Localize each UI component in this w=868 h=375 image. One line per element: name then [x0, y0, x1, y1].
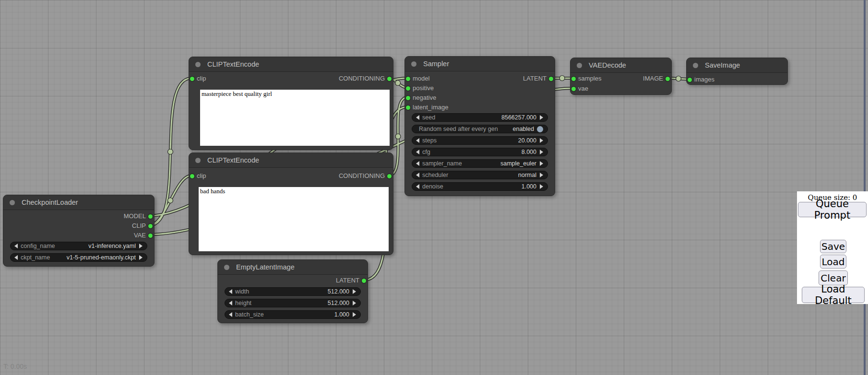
input-dot-images[interactable] — [688, 78, 692, 82]
decrement-arrow-icon[interactable] — [14, 244, 18, 248]
widget-sampler-name[interactable]: sampler_name sample_euler — [412, 159, 548, 168]
input-dot-clip[interactable] — [190, 174, 194, 178]
slot-label: model — [413, 75, 429, 82]
increment-arrow-icon[interactable] — [139, 244, 143, 248]
widget-label: ckpt_name — [21, 254, 50, 261]
node-title-bar[interactable]: CLIPTextEncode — [189, 153, 393, 168]
input-dot-latent-image[interactable] — [406, 105, 410, 110]
decrement-arrow-icon[interactable] — [416, 138, 419, 143]
decrement-arrow-icon[interactable] — [229, 301, 232, 305]
output-dot-conditioning[interactable] — [387, 77, 392, 81]
widget-steps[interactable]: steps 20.000 — [412, 136, 548, 145]
prompt-textarea[interactable]: bad hands — [199, 187, 389, 251]
vertical-scrollbar[interactable] — [864, 0, 866, 375]
node-title-bar[interactable]: CLIPTextEncode — [189, 57, 393, 72]
widget-value: sample_euler — [462, 160, 536, 167]
widget-label: sampler_name — [422, 160, 462, 167]
increment-arrow-icon[interactable] — [540, 173, 543, 177]
decrement-arrow-icon[interactable] — [416, 161, 419, 166]
link-midpoint-dot — [168, 149, 173, 154]
control-panel: Queue size: 0 Queue Prompt Save Load Cle… — [797, 191, 868, 304]
input-dot-positive[interactable] — [406, 86, 410, 91]
node-title: VAEDecode — [589, 61, 626, 69]
prompt-textarea[interactable]: masterpiece best quality girl — [200, 90, 390, 146]
widget-cfg[interactable]: cfg 8.000 — [412, 148, 548, 156]
node-sampler[interactable]: Sampler model positive negative latent_i… — [404, 56, 555, 196]
decrement-arrow-icon[interactable] — [14, 255, 18, 260]
increment-arrow-icon[interactable] — [540, 150, 543, 154]
collapse-dot-icon[interactable] — [693, 63, 698, 68]
node-title-bar[interactable]: CheckpointLoader — [3, 195, 154, 210]
widget-config-name[interactable]: config_name v1-inference.yaml — [10, 242, 147, 250]
decrement-arrow-icon[interactable] — [416, 184, 419, 189]
widget-label: height — [235, 300, 251, 306]
decrement-arrow-icon[interactable] — [229, 312, 232, 317]
widget-batch-size[interactable]: batch_size 1.000 — [225, 310, 361, 319]
input-dot-vae[interactable] — [571, 87, 576, 91]
node-vaedecode[interactable]: VAEDecode samples vae IMAGE — [570, 58, 672, 95]
output-dot-image[interactable] — [666, 77, 670, 81]
queue-prompt-button[interactable]: Queue Prompt — [798, 202, 867, 217]
output-dot-vae[interactable] — [148, 234, 153, 238]
increment-arrow-icon[interactable] — [353, 312, 356, 317]
increment-arrow-icon[interactable] — [353, 289, 356, 294]
save-button[interactable]: Save — [820, 240, 846, 253]
toggle-circle-icon[interactable] — [537, 126, 543, 132]
output-dot-conditioning[interactable] — [387, 174, 392, 178]
widget-label: width — [235, 288, 249, 295]
widget-width[interactable]: width 512.000 — [225, 287, 361, 296]
increment-arrow-icon[interactable] — [540, 184, 543, 189]
decrement-arrow-icon[interactable] — [416, 115, 419, 120]
node-emptylatentimage[interactable]: EmptyLatentImage LATENT width 512.000 he… — [217, 259, 368, 323]
node-title-bar[interactable]: SaveImage — [687, 58, 787, 73]
widget-label: batch_size — [235, 311, 264, 318]
collapse-dot-icon[interactable] — [577, 63, 582, 68]
increment-arrow-icon[interactable] — [540, 138, 543, 143]
output-dot-latent[interactable] — [362, 279, 366, 283]
collapse-dot-icon[interactable] — [195, 158, 201, 163]
output-dot-model[interactable] — [148, 214, 153, 219]
increment-arrow-icon[interactable] — [353, 301, 356, 305]
collapse-dot-icon[interactable] — [224, 265, 229, 270]
load-button[interactable]: Load — [820, 255, 846, 269]
increment-arrow-icon[interactable] — [540, 161, 543, 166]
collapse-dot-icon[interactable] — [195, 62, 201, 67]
node-cliptextencode-positive[interactable]: CLIPTextEncode clip CONDITIONING masterp… — [189, 57, 393, 150]
collapse-dot-icon[interactable] — [411, 61, 416, 67]
slot-label: LATENT — [336, 277, 359, 284]
comfyui-graph-canvas[interactable]: { "canvas": { "render_time_label": "T: 0… — [0, 0, 868, 375]
decrement-arrow-icon[interactable] — [416, 150, 419, 154]
output-dot-clip[interactable] — [148, 224, 153, 228]
decrement-arrow-icon[interactable] — [229, 289, 232, 294]
widget-denoise[interactable]: denoise 1.000 — [412, 182, 548, 191]
widget-height[interactable]: height 512.000 — [225, 299, 361, 307]
output-dot-latent[interactable] — [549, 77, 553, 81]
node-checkpointloader[interactable]: CheckpointLoader MODEL CLIP VAE config_n… — [3, 195, 155, 267]
widget-label: scheduler — [422, 172, 448, 178]
node-title-bar[interactable]: EmptyLatentImage — [218, 260, 368, 275]
load-default-button[interactable]: Load Default — [802, 287, 865, 303]
collapse-dot-icon[interactable] — [10, 200, 15, 205]
widget-random-seed-toggle[interactable]: Random seed after every gen enabled — [412, 125, 548, 133]
input-dot-negative[interactable] — [406, 96, 410, 100]
decrement-arrow-icon[interactable] — [416, 173, 419, 177]
input-dot-model[interactable] — [406, 77, 410, 81]
slot-label: CLIP — [132, 222, 146, 229]
node-title-bar[interactable]: Sampler — [405, 57, 555, 71]
input-dot-samples[interactable] — [571, 77, 576, 81]
increment-arrow-icon[interactable] — [540, 115, 543, 120]
output-slot-latent: LATENT — [336, 277, 368, 284]
output-slot-image: IMAGE — [643, 75, 671, 82]
node-saveimage[interactable]: SaveImage images — [686, 58, 788, 85]
widget-seed[interactable]: seed 8566257.000 — [412, 113, 548, 122]
widget-scheduler[interactable]: scheduler normal — [412, 171, 548, 179]
widget-value: 8.000 — [430, 149, 536, 155]
node-title-bar[interactable]: VAEDecode — [571, 58, 671, 73]
input-dot-clip[interactable] — [190, 77, 194, 81]
node-title: CheckpointLoader — [22, 199, 78, 206]
increment-arrow-icon[interactable] — [139, 255, 143, 260]
node-cliptextencode-negative[interactable]: CLIPTextEncode clip CONDITIONING bad han… — [189, 152, 393, 255]
widget-ckpt-name[interactable]: ckpt_name v1-5-pruned-emaonly.ckpt — [10, 253, 147, 262]
widget-label: denoise — [422, 183, 443, 190]
widget-value: 8566257.000 — [435, 114, 536, 121]
